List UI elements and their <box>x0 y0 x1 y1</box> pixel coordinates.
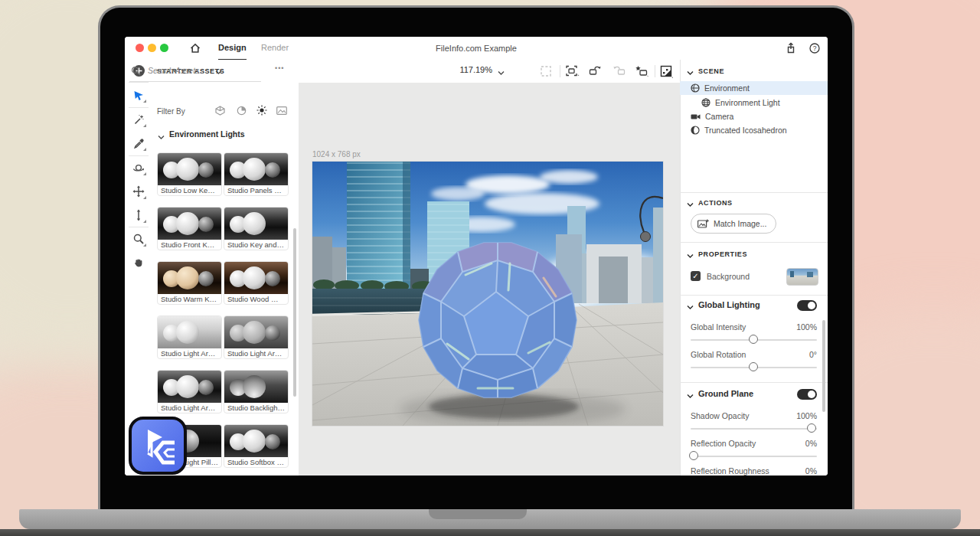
asset-item[interactable]: Studio Backlight A... <box>224 370 289 413</box>
global-intensity-slider-knob[interactable] <box>749 335 758 344</box>
select-arrow-icon[interactable] <box>132 88 145 102</box>
truncated-icosahedron-model <box>419 243 577 397</box>
reflection-opacity-slider-knob[interactable] <box>689 451 698 460</box>
ground-plane-title: Ground Plane <box>698 389 753 398</box>
pan-icon[interactable] <box>132 185 145 198</box>
scene-item-environment[interactable]: Environment <box>680 81 828 95</box>
match-image-icon <box>697 219 709 228</box>
scene-viewport[interactable] <box>312 162 663 426</box>
global-intensity-value[interactable]: 100% <box>771 322 817 332</box>
lights-filter-icon[interactable] <box>256 105 267 117</box>
background-image-thumbnail[interactable] <box>786 268 818 286</box>
shadow-opacity-slider-knob[interactable] <box>807 423 816 433</box>
canvas-area[interactable]: 1024 x 768 px <box>299 83 680 476</box>
search-input[interactable] <box>146 65 256 76</box>
camera-object-icon <box>691 113 701 121</box>
images-filter-icon[interactable] <box>276 106 287 116</box>
shadow-opacity-slider[interactable] <box>691 428 817 430</box>
actions-section-chevron-icon[interactable] <box>687 200 694 209</box>
render-preview-icon[interactable] <box>660 65 673 80</box>
scene-section-title: SCENE <box>698 67 724 75</box>
asset-item[interactable]: Studio Wood Wind... <box>224 261 289 305</box>
reflection-roughness-value[interactable]: 0% <box>771 466 817 476</box>
properties-section-chevron-icon[interactable] <box>687 251 694 260</box>
global-lighting-chevron-icon[interactable] <box>687 302 694 312</box>
ground-plane-chevron-icon[interactable] <box>687 391 694 400</box>
environment-light-icon <box>701 98 710 107</box>
asset-item[interactable]: Studio Light Arche... <box>224 315 289 359</box>
asset-label: Studio Light Arche... <box>158 403 221 413</box>
environment-lights-section-title[interactable]: Environment Lights <box>169 129 245 139</box>
shadow-opacity-value[interactable]: 100% <box>771 411 817 420</box>
global-rotation-value[interactable]: 0° <box>771 350 817 359</box>
scene-panel-scrollbar[interactable] <box>822 320 825 412</box>
environment-lights-section-chevron-icon[interactable] <box>158 132 165 142</box>
fileinfo-logo <box>129 417 187 475</box>
mesh-sphere-icon <box>691 126 700 135</box>
share-icon[interactable] <box>785 42 797 56</box>
svg-text:?: ? <box>813 44 817 52</box>
asset-label: Studio Backlight A... <box>224 403 288 413</box>
asset-thumbnail <box>158 262 221 294</box>
asset-item[interactable]: Studio Warm Key ... <box>157 261 222 305</box>
dolly-icon[interactable] <box>132 208 145 222</box>
search-icon <box>131 66 141 77</box>
global-rotation-slider[interactable] <box>691 367 817 368</box>
orbit-icon[interactable] <box>132 161 145 175</box>
asset-thumbnail <box>158 371 221 403</box>
background-label: Background <box>707 272 750 281</box>
assets-scrollbar[interactable] <box>293 228 296 397</box>
asset-label: Studio Light Arche... <box>224 348 288 358</box>
reflection-opacity-slider[interactable] <box>691 456 817 457</box>
asset-label: Studio Low Key Li... <box>158 185 221 195</box>
models-filter-icon[interactable] <box>215 106 225 117</box>
properties-section-title: PROPERTIES <box>698 250 747 258</box>
panel-menu-icon[interactable]: ••• <box>275 64 284 72</box>
asset-thumbnail <box>158 153 221 185</box>
asset-thumbnail <box>224 153 288 185</box>
asset-thumbnail <box>224 262 288 294</box>
asset-thumbnail <box>224 425 288 457</box>
asset-item[interactable]: Studio Low Key Li... <box>157 152 222 196</box>
scene-section-chevron-icon[interactable] <box>687 68 694 77</box>
help-icon[interactable]: ? <box>808 42 821 56</box>
asset-item[interactable]: Studio Key and Fil... <box>224 207 289 250</box>
asset-item[interactable]: Studio Front Key L... <box>157 207 222 250</box>
materials-filter-icon[interactable] <box>237 106 247 117</box>
environment-lights-section-label: Environment Lights <box>169 129 245 139</box>
scene-item-camera[interactable]: Camera <box>680 109 828 123</box>
ground-plane-toggle[interactable] <box>797 389 817 400</box>
match-image-button[interactable]: Match Image... <box>691 214 776 234</box>
zoom-tool-icon[interactable] <box>132 232 145 246</box>
asset-label: Studio Softbox 3 P... <box>224 457 288 467</box>
zoom-level-control[interactable]: 117.19% <box>439 65 492 74</box>
global-lighting-title: Global Lighting <box>698 300 760 309</box>
shadow-opacity-label: Shadow Opacity <box>691 411 749 420</box>
background-checkbox[interactable]: ✓ <box>691 271 701 281</box>
camera-bookmark-icon[interactable] <box>566 65 580 79</box>
asset-item[interactable]: Studio Softbox 3 P... <box>224 424 289 468</box>
magic-wand-icon[interactable] <box>132 113 145 126</box>
global-lighting-toggle[interactable] <box>797 300 817 311</box>
sample-eyedropper-icon[interactable] <box>132 136 145 150</box>
reflection-opacity-value[interactable]: 0% <box>771 439 817 448</box>
search-row <box>129 63 261 82</box>
camera-save-icon[interactable] <box>635 65 648 79</box>
scene-item-environment-light[interactable]: Environment Light <box>680 96 828 109</box>
asset-item[interactable]: Studio Panels Light <box>224 152 289 196</box>
global-intensity-slider[interactable] <box>691 339 817 341</box>
app-window: Design Render FileInfo.com Example ? STA… <box>125 37 828 476</box>
asset-item[interactable]: Studio Light Arche... <box>157 315 222 359</box>
zoom-level-value: 117.19% <box>459 65 492 74</box>
marquee-select-icon[interactable] <box>540 65 552 79</box>
camera-redo-icon[interactable] <box>612 65 626 79</box>
global-rotation-slider-knob[interactable] <box>749 362 758 371</box>
laptop-base-notch <box>429 509 527 519</box>
fileinfo-logo-glyphs <box>132 420 184 472</box>
camera-undo-icon[interactable] <box>589 65 603 79</box>
scene-item-truncated-icosahedron[interactable]: Truncated Icosahedron <box>680 123 828 137</box>
canvas-size-label: 1024 x 768 px <box>312 150 361 159</box>
hand-icon[interactable] <box>132 255 145 269</box>
zoom-level-chevron-icon[interactable] <box>498 68 505 77</box>
asset-item[interactable]: Studio Light Arche... <box>157 370 222 413</box>
